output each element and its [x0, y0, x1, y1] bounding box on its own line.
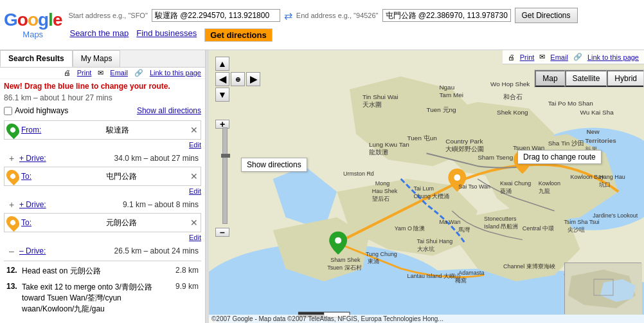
print-link[interactable]: Print: [77, 69, 92, 77]
start-address-row: Start address e.g., "SFO" ⇄ End address …: [68, 8, 640, 23]
to-label-1[interactable]: To:: [21, 172, 103, 181]
map-link-link[interactable]: Link to this page: [587, 53, 639, 61]
my-maps-tab[interactable]: My Maps: [73, 50, 121, 67]
header: Google Maps Start address e.g., "SFO" ⇄ …: [0, 0, 644, 50]
svg-text:Ngau: Ngau: [439, 84, 454, 91]
show-directions-tooltip[interactable]: Show directions: [241, 158, 307, 172]
map-top-controls: 🖨 Print ✉ Email 🔗 Link to this page: [503, 50, 644, 64]
nav-left-button[interactable]: ◀: [215, 72, 229, 86]
link-icon: 🔗: [134, 69, 143, 77]
to-close-icon-2[interactable]: ✕: [190, 217, 198, 228]
zoom-handle[interactable]: [221, 154, 230, 158]
svg-text:Kwai Chung: Kwai Chung: [500, 180, 531, 187]
step-num-13: 13.: [6, 282, 19, 291]
svg-text:Adamasta: Adamasta: [458, 270, 484, 276]
get-directions-tab[interactable]: Get directions: [204, 28, 272, 42]
svg-text:馬灣: 馬灣: [458, 226, 470, 233]
drive-row-3: – – Drive: 26.5 km – about 24 mins: [4, 244, 201, 258]
avoid-highways-text: Avoid highways: [15, 106, 68, 115]
svg-text:梅窩: 梅窩: [454, 277, 467, 284]
map-print-link[interactable]: Print: [520, 53, 535, 61]
svg-text:Mong: Mong: [375, 180, 389, 187]
end-input[interactable]: [382, 9, 511, 22]
svg-text:Sai Tso Wan: Sai Tso Wan: [458, 183, 490, 190]
print-icon: 🖨: [64, 69, 71, 77]
svg-text:Sham Tseng: Sham Tseng: [478, 154, 513, 161]
from-waypoint-row: From: 駿達路 ✕: [4, 120, 201, 140]
step-text-13: Take exit 12 to merge onto 3/青朗公路 toward…: [22, 282, 173, 315]
map-area[interactable]: 🖨 Print ✉ Email 🔗 Link to this page Map …: [209, 50, 644, 323]
swap-button[interactable]: ⇄: [284, 10, 292, 22]
svg-text:Shek Kong: Shek Kong: [497, 109, 528, 116]
end-label: End address e.g., "94526": [296, 12, 379, 19]
from-label[interactable]: From:: [21, 125, 103, 134]
from-edit-link[interactable]: Edit: [4, 141, 201, 149]
svg-text:Island 昂船洲: Island 昂船洲: [484, 223, 518, 230]
from-close-icon[interactable]: ✕: [190, 125, 198, 135]
svg-text:Urmston Rd: Urmston Rd: [343, 171, 374, 177]
to-waypoint-icon-1: [4, 167, 22, 185]
svg-text:Lantau Island 大嶼山: Lantau Island 大嶼山: [407, 273, 461, 279]
map-copyright: ©2007 Google - Map data ©2007 TeleAtlas,…: [209, 315, 644, 323]
nav-right-button[interactable]: ▶: [246, 72, 260, 86]
svg-text:New: New: [586, 128, 600, 135]
left-panel: Search Results My Maps 🖨 Print ✉ Email 🔗…: [0, 50, 206, 323]
print-map-icon: 🖨: [508, 53, 515, 61]
svg-text:Chung 大欖涌: Chung 大欖涌: [414, 193, 450, 199]
logo-maps: Maps: [4, 30, 62, 39]
drive-plus-icon-1: +: [6, 153, 17, 163]
map-type-satellite-btn[interactable]: Satellite: [565, 70, 607, 87]
link-to-page-link[interactable]: Link to this page: [150, 69, 201, 77]
map-email-link[interactable]: Email: [550, 53, 568, 61]
show-all-directions-link[interactable]: Show all directions: [137, 106, 201, 115]
drive-dist-3: 26.5 km – about 24 mins: [114, 246, 199, 255]
step-dist-12: 2.8 km: [175, 266, 199, 275]
drive-label-3[interactable]: – Drive:: [19, 246, 46, 255]
map-type-map-btn[interactable]: Map: [535, 70, 564, 87]
search-results-tab[interactable]: Search Results: [0, 50, 73, 67]
map-type-hybrid-btn[interactable]: Hybrid: [607, 70, 643, 87]
distance-time: 86.1 km – about 1 hour 27 mins: [4, 93, 201, 102]
drag-to-change-route-tooltip: Drag to change route: [517, 150, 602, 164]
drive-label-1[interactable]: + Drive:: [19, 154, 46, 163]
avoid-highways-checkbox[interactable]: [4, 107, 12, 115]
to-waypoint-row-2: To: 元朗公路 ✕: [4, 213, 201, 232]
drive-row-1: + + Drive: 34.0 km – about 27 mins: [4, 151, 201, 165]
logo: Google Maps: [4, 11, 62, 39]
start-input[interactable]: [152, 9, 280, 22]
step-dist-13: 9.9 km: [175, 282, 199, 291]
svg-text:Hang Hau: Hang Hau: [599, 174, 625, 180]
email-icon: ✉: [98, 69, 103, 77]
svg-text:大嶼郊野公園: 大嶼郊野公園: [445, 145, 484, 152]
logo-e: e: [53, 10, 62, 30]
svg-text:坑口: 坑口: [598, 181, 611, 188]
logo-g: G: [4, 10, 17, 30]
google-logo-text: Google: [4, 11, 62, 29]
panel-actions: 🖨 Print ✉ Email 🔗 Link to this page: [0, 68, 205, 79]
get-directions-header-button[interactable]: Get Directions: [515, 8, 578, 23]
to-edit-link-2[interactable]: Edit: [4, 234, 201, 241]
nav-controls: ▲ ◀ ⊕ ▶ ▼: [215, 57, 260, 102]
to-waypoint-row-1: To: 屯門公路 ✕: [4, 167, 201, 186]
to-close-icon-1[interactable]: ✕: [190, 171, 198, 181]
drive-label-2[interactable]: + Drive:: [19, 200, 46, 209]
minimap[interactable]: [564, 263, 641, 314]
find-businesses-tab[interactable]: Find businesses: [136, 28, 197, 42]
drive-minus-icon-3: –: [6, 246, 17, 256]
from-address: 駿達路: [106, 125, 188, 136]
to-label-2[interactable]: To:: [21, 218, 103, 227]
nav-up-button[interactable]: ▲: [215, 57, 229, 71]
zoom-slider[interactable]: [222, 127, 228, 224]
nav-down-button[interactable]: ▼: [215, 88, 229, 102]
address-bar: Start address e.g., "SFO" ⇄ End address …: [68, 8, 640, 42]
email-link[interactable]: Email: [110, 69, 128, 77]
step-num-12: 12.: [6, 266, 19, 275]
nav-tabs: Search the map Find businesses Get direc…: [68, 28, 640, 42]
to-edit-link-1[interactable]: Edit: [4, 187, 201, 195]
notice-text: New! Drag the blue line to change your r…: [4, 82, 201, 91]
search-map-tab[interactable]: Search the map: [69, 28, 129, 42]
nav-center-button[interactable]: ⊕: [231, 72, 245, 86]
avoid-highways-label[interactable]: Avoid highways: [4, 106, 68, 115]
drive-dist-2: 9.1 km – about 8 mins: [123, 200, 199, 209]
zoom-out-button[interactable]: –: [215, 228, 229, 237]
